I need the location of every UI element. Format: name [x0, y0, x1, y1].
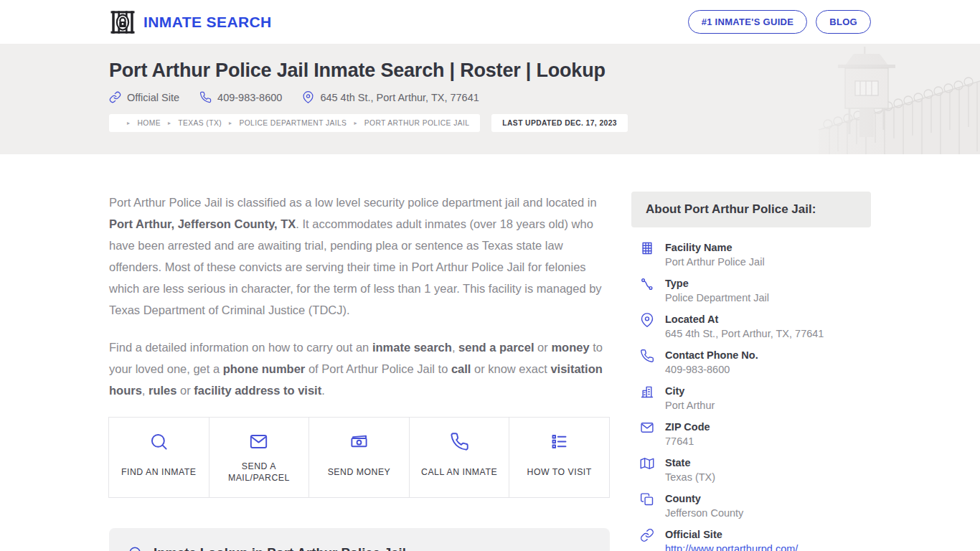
sidebar-item-label: Type [665, 276, 769, 291]
mail-icon [249, 432, 268, 451]
sidebar-item: Contact Phone No. 409-983-8600 [640, 348, 871, 377]
hero-meta-link[interactable]: Official Site [109, 91, 179, 103]
sidebar-item-value: Jefferson County [665, 506, 743, 520]
sidebar-item: ZIP Code 77641 [640, 420, 871, 448]
copy-icon [640, 492, 654, 507]
site-logo-text: INMATE SEARCH [143, 14, 272, 31]
hero-section: Port Arthur Police Jail Inmate Search | … [0, 44, 980, 154]
search-icon [128, 545, 143, 551]
breadcrumb-segment: ▸ PORT ARTHUR POLICE JAIL [347, 119, 469, 127]
sidebar-item: Located At 645 4th St., Port Arthur, TX,… [640, 312, 871, 341]
sidebar-item: City Port Arthur [640, 384, 871, 413]
action-button-label: CALL AN INMATE [421, 460, 497, 484]
sidebar-item-label: Contact Phone No. [665, 348, 758, 362]
chevron-right-icon: ▸ [354, 120, 357, 126]
breadcrumb-item[interactable]: TEXAS (TX) [178, 119, 222, 127]
sidebar-item: State Texas (TX) [640, 456, 871, 484]
lookup-title: Inmate Lookup in Port Arthur Police Jail [154, 545, 406, 551]
jail-bars-lock-icon [109, 9, 136, 35]
chevron-right-icon: ▸ [168, 120, 171, 126]
main-content: Port Arthur Police Jail is classified as… [109, 154, 871, 551]
header-nav-button[interactable]: BLOG [816, 10, 871, 34]
page-title: Port Arthur Police Jail Inmate Search | … [109, 60, 871, 82]
site-header: INMATE SEARCH #1 INMATE'S GUIDE BLOG [0, 0, 980, 44]
last-updated-badge: LAST UPDATED DEC. 17, 2023 [491, 114, 628, 132]
article-column: Port Arthur Police Jail is classified as… [109, 192, 610, 551]
action-button[interactable]: SEND MONEY [308, 417, 410, 498]
inmate-lookup-section: Inmate Lookup in Port Arthur Police Jail [109, 528, 610, 551]
chevron-right-icon: ▸ [229, 120, 232, 126]
sidebar-item: County Jefferson County [640, 491, 871, 520]
breadcrumb-segment: ▸ TEXAS (TX) [161, 119, 222, 127]
hero-meta-text: 645 4th St., Port Arthur, TX, 77641 [320, 92, 479, 103]
breadcrumb-segment: ▸ HOME [120, 119, 161, 127]
action-row: FIND AN INMATE SEND A MAIL/PARCEL SEND M… [109, 417, 610, 498]
action-button-label: FIND AN INMATE [121, 460, 196, 484]
building-icon [640, 241, 654, 255]
sidebar-item-label: Facility Name [665, 240, 765, 255]
hero-meta-text: 409-983-8600 [217, 92, 282, 103]
sidebar-item-label: State [665, 456, 715, 470]
breadcrumb-item[interactable]: PORT ARTHUR POLICE JAIL [364, 119, 470, 127]
action-button[interactable]: HOW TO VISIT [509, 417, 610, 498]
breadcrumb-segment: ▸ POLICE DEPARTMENT JAILS [222, 119, 347, 127]
phone-icon [199, 91, 212, 103]
sidebar-item-value: Port Arthur [665, 398, 715, 413]
about-sidebar: About Port Arthur Police Jail: Facility … [631, 192, 871, 551]
pin-icon [302, 91, 314, 103]
action-button[interactable]: CALL AN INMATE [409, 417, 510, 498]
breadcrumb-item[interactable]: POLICE DEPARTMENT JAILS [239, 119, 347, 127]
sidebar-item-value: Port Arthur Police Jail [665, 255, 765, 269]
sidebar-item-value: 77641 [665, 434, 710, 448]
action-button[interactable]: SEND A MAIL/PARCEL [209, 417, 310, 498]
call-icon [450, 432, 469, 451]
chevron-right-icon: ▸ [127, 120, 130, 126]
sidebar-item-label: Official Site [665, 527, 798, 542]
sidebar-item: Facility Name Port Arthur Police Jail [640, 240, 871, 269]
sidebar-item-value: 409-983-8600 [665, 362, 758, 377]
sidebar-item-value: Police Department Jail [665, 291, 769, 305]
pin-icon [640, 313, 654, 327]
list-icon [550, 432, 569, 451]
link-icon [109, 91, 121, 103]
sidebar-item-link[interactable]: http://www.portarthurpd.com/ [665, 542, 798, 551]
sidebar-item-value: 645 4th St., Port Arthur, TX, 77641 [665, 326, 824, 341]
sidebar-items: Facility Name Port Arthur Police Jail Ty… [631, 240, 871, 551]
action-button[interactable]: FIND AN INMATE [108, 417, 209, 498]
money-icon [349, 432, 369, 451]
action-button-label: SEND MONEY [328, 460, 391, 484]
search-icon [149, 432, 169, 451]
map-icon [640, 456, 654, 471]
sidebar-item-label: County [665, 491, 743, 506]
hero-meta-row: Official Site 409-983-8600 645 4th St., … [109, 91, 871, 103]
sidebar-item: Type Police Department Jail [640, 276, 871, 305]
header-nav: #1 INMATE'S GUIDE BLOG [688, 10, 871, 34]
sidebar-item: Official Site http://www.portarthurpd.co… [640, 527, 871, 551]
breadcrumb-item[interactable]: HOME [137, 119, 161, 127]
sidebar-item-value: Texas (TX) [665, 470, 715, 484]
site-logo[interactable]: INMATE SEARCH [109, 9, 272, 35]
article-paragraph: Find a detailed information on how to ca… [109, 336, 610, 401]
action-button-label: SEND A MAIL/PARCEL [216, 460, 302, 484]
article: Port Arthur Police Jail is classified as… [109, 192, 610, 401]
route-icon [640, 277, 654, 291]
phone-icon [640, 349, 654, 363]
sidebar-item-label: Located At [665, 312, 824, 326]
hero-meta-text: Official Site [127, 92, 179, 103]
link-icon [640, 528, 654, 542]
sidebar-item-label: City [665, 384, 715, 398]
header-nav-button[interactable]: #1 INMATE'S GUIDE [688, 10, 808, 34]
breadcrumb: ▸ HOME ▸ TEXAS (TX) ▸ POLICE DEPARTMENT … [109, 114, 480, 132]
sidebar-title: About Port Arthur Police Jail: [631, 192, 871, 227]
hero-meta-link[interactable]: 409-983-8600 [199, 91, 282, 103]
action-button-label: HOW TO VISIT [527, 460, 592, 484]
envelope-icon [640, 420, 654, 435]
sidebar-item-label: ZIP Code [665, 420, 710, 434]
article-paragraph: Port Arthur Police Jail is classified as… [109, 192, 610, 321]
hero-meta-link[interactable]: 645 4th St., Port Arthur, TX, 77641 [302, 91, 479, 103]
city-icon [640, 385, 654, 399]
